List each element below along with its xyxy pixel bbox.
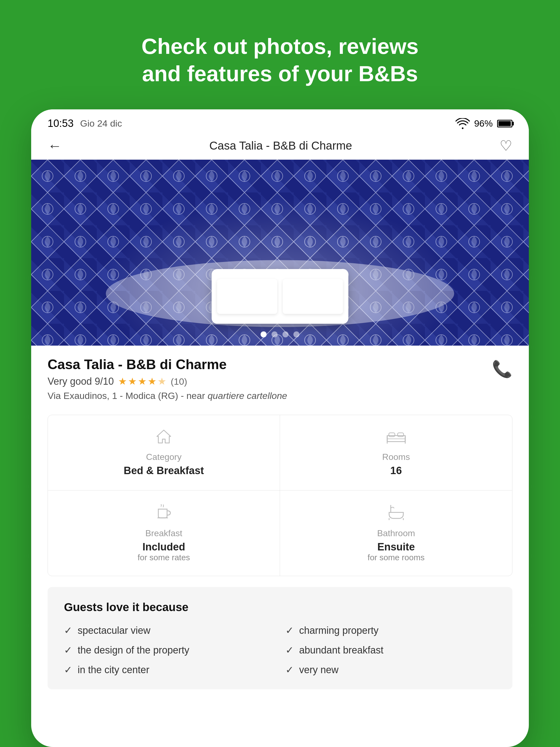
features-grid: ✓ spectacular view ✓ charming property ✓… (64, 625, 496, 676)
check-icon-1: ✓ (64, 625, 72, 636)
content-area: Casa Talia - B&B di Charme Very good 9/1… (31, 345, 529, 700)
property-info: Casa Talia - B&B di Charme Very good 9/1… (48, 357, 492, 401)
check-icon-4: ✓ (285, 644, 294, 656)
category-label: Category (146, 452, 182, 462)
info-cell-bathroom: Bathroom Ensuite for some rooms (280, 491, 512, 576)
bathroom-value: Ensuite (377, 541, 415, 553)
star-half: ★ (157, 376, 166, 387)
category-value: Bed & Breakfast (124, 465, 204, 476)
hero-image-bg (31, 160, 529, 345)
nav-title: Casa Talia - B&B di Charme (209, 139, 352, 152)
breakfast-sub: for some rates (137, 553, 190, 562)
phone-frame: 10:53 Gio 24 dic 96% ← Casa Talia - B&B … (31, 109, 529, 747)
info-cell-rooms: Rooms 16 (280, 415, 512, 491)
feature-abundant-breakfast: ✓ abundant breakfast (285, 644, 496, 656)
battery-icon (497, 120, 512, 127)
check-icon-2: ✓ (285, 625, 294, 636)
status-time: 10:53 (48, 118, 74, 129)
bath-icon (388, 504, 404, 524)
guests-love-title: Guests love it because (64, 601, 496, 614)
feature-text-6: very new (299, 664, 338, 676)
check-icon-3: ✓ (64, 644, 72, 656)
rooms-value: 16 (390, 465, 402, 476)
feature-text-5: in the city center (78, 664, 149, 676)
promo-headline: Check out photos, reviews and features o… (120, 33, 440, 87)
favorite-button[interactable]: ♡ (500, 137, 512, 154)
star-3: ★ (138, 376, 147, 387)
phone-button[interactable]: 📞 (492, 359, 512, 379)
svg-rect-6 (398, 433, 404, 437)
check-icon-6: ✓ (285, 664, 294, 676)
star-1: ★ (118, 376, 127, 387)
house-icon (156, 429, 172, 447)
feature-text-2: charming property (299, 625, 378, 636)
property-rating: Very good 9/10 ★ ★ ★ ★ ★ (10) (48, 376, 492, 387)
feature-spectacular-view: ✓ spectacular view (64, 625, 275, 636)
status-bar: 10:53 Gio 24 dic 96% (31, 109, 529, 132)
feature-text-4: abundant breakfast (299, 644, 383, 656)
wifi-icon (456, 118, 470, 129)
info-grid: Category Bed & Breakfast Rooms (48, 415, 512, 576)
hero-image[interactable] (31, 160, 529, 345)
svg-rect-5 (389, 433, 395, 437)
dot-1[interactable] (261, 331, 266, 337)
nav-bar: ← Casa Talia - B&B di Charme ♡ (31, 132, 529, 160)
star-4: ★ (148, 376, 156, 387)
breakfast-value: Included (143, 541, 185, 553)
info-cell-breakfast: Breakfast Included for some rates (48, 491, 280, 576)
status-date: Gio 24 dic (80, 118, 122, 129)
back-button[interactable]: ← (48, 137, 62, 154)
hero-pillows (212, 269, 348, 324)
feature-city-center: ✓ in the city center (64, 664, 275, 676)
dot-2[interactable] (272, 331, 278, 337)
coffee-icon (156, 504, 172, 524)
bed-icon (387, 429, 406, 447)
rooms-label: Rooms (382, 452, 410, 462)
info-cell-category: Category Bed & Breakfast (48, 415, 280, 491)
check-icon-5: ✓ (64, 664, 72, 676)
feature-design: ✓ the design of the property (64, 644, 275, 656)
star-rating: ★ ★ ★ ★ ★ (118, 376, 166, 387)
rating-text: Very good 9/10 (48, 376, 114, 387)
property-name: Casa Talia - B&B di Charme (48, 357, 492, 372)
feature-text-1: spectacular view (78, 625, 150, 636)
star-2: ★ (128, 376, 137, 387)
review-count: (10) (171, 376, 187, 387)
status-icons: 96% (456, 118, 512, 129)
feature-very-new: ✓ very new (285, 664, 496, 676)
bathroom-sub: for some rooms (367, 553, 424, 562)
feature-charming-property: ✓ charming property (285, 625, 496, 636)
property-header: Casa Talia - B&B di Charme Very good 9/1… (48, 357, 512, 401)
image-dots (261, 331, 299, 337)
breakfast-label: Breakfast (145, 528, 182, 538)
battery-percent: 96% (474, 118, 493, 129)
dot-4[interactable] (294, 331, 299, 337)
dot-3[interactable] (282, 331, 288, 337)
guests-love-section: Guests love it because ✓ spectacular vie… (48, 587, 512, 689)
feature-text-3: the design of the property (78, 644, 189, 656)
bathroom-label: Bathroom (377, 528, 415, 538)
property-address: Via Exaudinos, 1 - Modica (RG) - near qu… (48, 390, 492, 401)
